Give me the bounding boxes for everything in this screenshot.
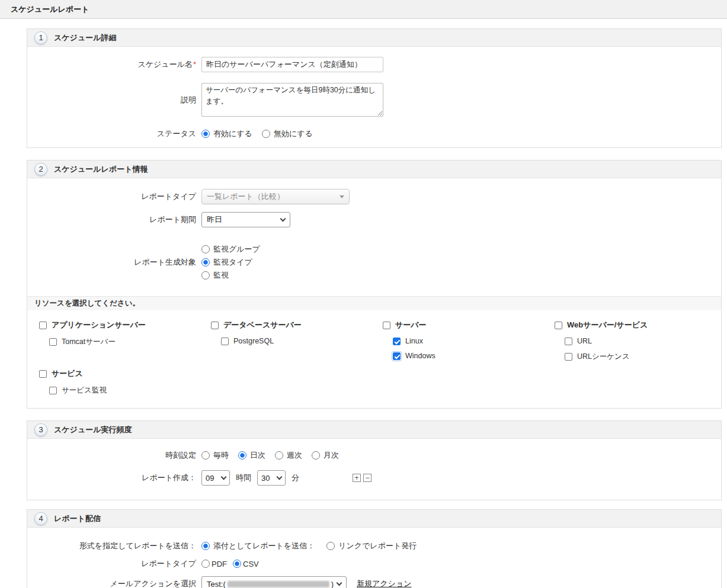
radio-checked-icon[interactable] bbox=[201, 542, 210, 550]
type-option-label: CSV bbox=[243, 560, 259, 568]
radio-unchecked-icon[interactable] bbox=[312, 451, 320, 460]
schedule-name-label: スケジュール名* bbox=[27, 59, 201, 70]
radio-checked-icon[interactable] bbox=[233, 560, 241, 568]
type-option-pdf[interactable]: PDF bbox=[201, 560, 227, 568]
status-row: ステータス 有効にする 無効にする bbox=[27, 128, 721, 147]
resource-child-label: Tomcatサーバー bbox=[62, 337, 116, 347]
resource-parent[interactable]: アプリケーションサーバー bbox=[39, 320, 211, 330]
resource-parent[interactable]: データベースサーバー bbox=[211, 320, 383, 330]
chevron-down-icon bbox=[280, 216, 286, 222]
checkbox-unchecked-icon[interactable] bbox=[383, 322, 390, 329]
format-option-label: 添付としてレポートを送信： bbox=[213, 541, 315, 551]
radio-unchecked-icon[interactable] bbox=[275, 451, 283, 460]
resource-child-label: Linux bbox=[405, 337, 423, 345]
section4-number-badge: 4 bbox=[34, 512, 47, 525]
mail-action-select[interactable]: Test:( ) bbox=[201, 576, 347, 588]
radio-checked-icon[interactable] bbox=[238, 451, 246, 460]
report-type-value: 一覧レポート（比較） bbox=[207, 191, 284, 202]
time-setting-label: 時刻設定 bbox=[27, 450, 201, 461]
required-asterisk: * bbox=[193, 60, 196, 69]
resource-child-label: サービス監視 bbox=[62, 385, 107, 396]
target-option-monitor-group[interactable]: 監視グループ bbox=[201, 244, 260, 255]
status-option-disable[interactable]: 無効にする bbox=[262, 128, 313, 139]
description-textarea[interactable]: サーバーのパフォーマンスを毎日9時30分に通知します。 bbox=[201, 83, 383, 117]
resource-child-label: URL bbox=[577, 337, 592, 345]
chevron-down-icon bbox=[221, 474, 227, 480]
section2-title: スケジュールレポート情報 bbox=[54, 164, 148, 175]
type-option-csv[interactable]: CSV bbox=[233, 560, 259, 568]
checkbox-checked-icon[interactable] bbox=[393, 352, 401, 360]
section3-header: 3 スケジュール実行頻度 bbox=[27, 421, 721, 439]
checkbox-unchecked-icon[interactable] bbox=[211, 322, 219, 329]
status-disable-label: 無効にする bbox=[274, 128, 313, 139]
report-creation-row: レポート作成： 09 時間 30 分 + − bbox=[27, 470, 721, 500]
remove-time-icon[interactable]: − bbox=[363, 474, 371, 482]
resource-parent[interactable]: サービス bbox=[39, 368, 211, 379]
hour-value: 09 bbox=[206, 474, 214, 483]
status-option-enable[interactable]: 有効にする bbox=[201, 128, 252, 139]
checkbox-unchecked-icon[interactable] bbox=[39, 370, 47, 378]
resource-parent-label: アプリケーションサーバー bbox=[52, 320, 146, 330]
radio-unchecked-icon[interactable] bbox=[262, 130, 270, 138]
resource-child-label: Windows bbox=[405, 352, 435, 360]
checkbox-unchecked-icon[interactable] bbox=[555, 322, 562, 329]
time-option-hourly[interactable]: 毎時 bbox=[201, 450, 229, 461]
resource-child-windows[interactable]: Windows bbox=[393, 352, 555, 360]
time-option-monthly[interactable]: 月次 bbox=[312, 450, 339, 461]
minute-unit-label: 分 bbox=[292, 473, 299, 483]
target-option-monitor[interactable]: 監視 bbox=[201, 270, 260, 281]
minute-select[interactable]: 30 bbox=[257, 470, 286, 486]
radio-unchecked-icon[interactable] bbox=[201, 451, 210, 460]
format-option-link[interactable]: リンクでレポート発行 bbox=[326, 541, 417, 551]
checkbox-checked-icon[interactable] bbox=[393, 338, 401, 345]
target-option-monitor-type[interactable]: 監視タイプ bbox=[201, 257, 260, 268]
resource-parent[interactable]: サーバー bbox=[383, 320, 555, 330]
hour-unit-label: 時間 bbox=[236, 473, 251, 483]
format-option-attachment[interactable]: 添付としてレポートを送信： bbox=[201, 541, 315, 551]
radio-unchecked-icon[interactable] bbox=[201, 245, 210, 253]
report-period-select[interactable]: 昨日 bbox=[201, 212, 290, 227]
section3-number-badge: 3 bbox=[34, 423, 47, 436]
mail-action-row: メールアクションを選択 Test:( ) 新規アクション bbox=[27, 576, 721, 588]
minute-value: 30 bbox=[261, 474, 270, 483]
section1-header: 1 スケジュール詳細 bbox=[27, 29, 721, 47]
resource-child-tomcat[interactable]: Tomcatサーバー bbox=[49, 337, 211, 347]
time-option-daily[interactable]: 日次 bbox=[238, 450, 265, 461]
target-option-label: 監視タイプ bbox=[213, 257, 252, 268]
resource-prompt-strip: リソースを選択してください。 bbox=[27, 296, 721, 310]
triangle-down-icon bbox=[340, 195, 344, 198]
radio-unchecked-icon[interactable] bbox=[201, 271, 210, 279]
checkbox-unchecked-icon[interactable] bbox=[39, 322, 47, 329]
resource-child-url[interactable]: URL bbox=[565, 337, 726, 345]
resource-prompt-text: リソースを選択してください。 bbox=[34, 298, 140, 309]
description-row: 説明 サーバーのパフォーマンスを毎日9時30分に通知します。 bbox=[27, 83, 721, 117]
resource-group-web-server: Webサーバー/サービス URL URLシーケンス bbox=[555, 320, 726, 362]
hour-select[interactable]: 09 bbox=[201, 470, 230, 486]
time-option-label: 週次 bbox=[287, 450, 302, 461]
radio-checked-icon[interactable] bbox=[201, 130, 210, 138]
resource-child-postgresql[interactable]: PostgreSQL bbox=[221, 337, 383, 345]
checkbox-unchecked-icon[interactable] bbox=[221, 338, 229, 345]
schedule-name-input[interactable] bbox=[201, 57, 383, 72]
time-option-weekly[interactable]: 週次 bbox=[275, 450, 302, 461]
checkbox-unchecked-icon[interactable] bbox=[49, 338, 57, 346]
radio-unchecked-icon[interactable] bbox=[201, 560, 210, 568]
resource-parent[interactable]: Webサーバー/サービス bbox=[555, 320, 726, 330]
resource-parent-label: Webサーバー/サービス bbox=[567, 320, 648, 330]
report-type-label: レポートタイプ bbox=[27, 191, 201, 202]
add-time-icon[interactable]: + bbox=[353, 474, 361, 482]
checkbox-unchecked-icon[interactable] bbox=[565, 338, 572, 345]
generation-target-row: レポート生成対象 監視グループ 監視タイプ 監視 bbox=[27, 244, 721, 281]
report-creation-label: レポート作成： bbox=[27, 473, 201, 483]
radio-unchecked-icon[interactable] bbox=[326, 542, 335, 550]
report-period-value: 昨日 bbox=[207, 214, 222, 225]
checkbox-unchecked-icon[interactable] bbox=[49, 387, 57, 394]
new-action-link[interactable]: 新規アクション bbox=[357, 579, 412, 588]
resource-child-url-sequence[interactable]: URLシーケンス bbox=[565, 352, 726, 362]
chevron-down-icon bbox=[277, 474, 283, 480]
resource-parent-label: サービス bbox=[52, 368, 83, 379]
radio-checked-icon[interactable] bbox=[201, 258, 210, 266]
resource-child-linux[interactable]: Linux bbox=[393, 337, 555, 345]
resource-child-service-monitor[interactable]: サービス監視 bbox=[49, 385, 211, 396]
checkbox-unchecked-icon[interactable] bbox=[565, 353, 572, 361]
